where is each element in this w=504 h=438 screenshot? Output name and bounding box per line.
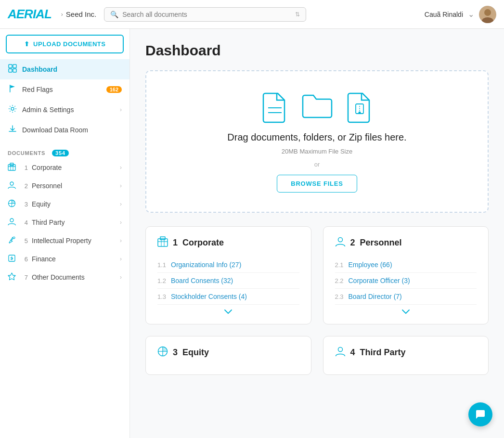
documents-badge: 354 [52, 150, 69, 156]
finance-icon [7, 254, 16, 264]
download-icon [8, 125, 17, 135]
corporate-row-3[interactable]: 1.3 Stockholder Consents (4) [157, 289, 299, 305]
avatar-image [479, 6, 496, 23]
equity-chevron-icon: › [120, 201, 122, 207]
corporate-card-header: 1 Corporate [157, 236, 299, 249]
svg-rect-3 [9, 64, 12, 68]
other-chevron-icon: › [120, 274, 122, 281]
third-party-num: 4 [20, 219, 28, 226]
corporate-row-3-num: 1.3 [157, 293, 171, 300]
app-layout: ⬆ UPLOAD DOCUMENTS Dashboard [0, 29, 504, 438]
personnel-row-2-label: Corporate Officer (3) [349, 277, 477, 284]
other-num: 7 [20, 274, 28, 281]
ip-label: Intellectual Property [32, 237, 116, 245]
app-logo: AERIAL [8, 7, 52, 22]
chevron-down-icon [402, 309, 410, 314]
svg-point-14 [10, 182, 13, 185]
sidebar-item-equity[interactable]: 3 Equity › [0, 195, 129, 213]
ip-chevron-icon: › [120, 237, 122, 244]
third-party-chevron-icon: › [120, 219, 122, 226]
browse-files-button[interactable]: BROWSE FILES [277, 175, 357, 193]
svg-point-32 [338, 238, 342, 242]
finance-num: 6 [20, 256, 28, 263]
personnel-card: 2 Personnel 2.1 Employee (66) 2.2 Corpor… [323, 226, 489, 324]
corporate-row-3-label: Stockholder Consents (4) [171, 293, 299, 300]
company-chevron-icon: › [61, 11, 63, 18]
admin-chevron-icon: › [120, 106, 122, 113]
document-grid: 1 Corporate 1.1 Organizational Info (27)… [145, 226, 489, 375]
finance-chevron-icon: › [120, 256, 122, 262]
svg-point-36 [338, 348, 342, 352]
corporate-row-2-label: Board Consents (32) [171, 277, 299, 284]
zip-icon [345, 90, 374, 123]
equity-card-icon [157, 346, 168, 359]
upload-drop-zone[interactable]: Drag documents, folders, or Zip files he… [145, 70, 489, 213]
personnel-row-3-label: Board Director (7) [349, 293, 477, 300]
svg-point-1 [484, 9, 491, 16]
corporate-card-num: 1 [173, 238, 178, 248]
search-icon: 🔍 [110, 11, 118, 18]
corporate-row-2[interactable]: 1.2 Board Consents (32) [157, 273, 299, 289]
avatar[interactable] [479, 6, 496, 23]
app-header: AERIAL › Seed Inc. 🔍 ⇅ Cauã Rinaldi ⌄ [0, 0, 504, 29]
sidebar-item-red-flags-label: Red Flags [22, 86, 53, 93]
ip-icon [7, 236, 16, 245]
sidebar-item-third-party[interactable]: 4 Third Party › [0, 213, 129, 232]
sort-icon: ⇅ [295, 11, 300, 18]
personnel-card-num: 2 [350, 238, 355, 248]
personnel-card-expand[interactable] [335, 305, 477, 316]
sidebar-item-ip[interactable]: 5 Intellectual Property › [0, 232, 129, 250]
svg-rect-7 [10, 85, 11, 92]
sidebar-item-corporate[interactable]: 1 Corporate › [0, 158, 129, 177]
sidebar-item-dashboard[interactable]: Dashboard [0, 59, 129, 79]
upload-documents-button[interactable]: ⬆ UPLOAD DOCUMENTS [6, 35, 124, 53]
corporate-row-2-num: 1.2 [157, 277, 171, 284]
personnel-row-1-label: Employee (66) [349, 261, 477, 269]
personnel-chevron-icon: › [120, 182, 122, 189]
upload-icon: ⬆ [24, 40, 30, 48]
corporate-card: 1 Corporate 1.1 Organizational Info (27)… [145, 226, 311, 324]
equity-card-title: Equity [182, 348, 209, 358]
corporate-icon [7, 163, 16, 172]
svg-rect-5 [9, 69, 12, 72]
search-bar: 🔍 ⇅ [104, 7, 306, 22]
personnel-card-icon [335, 236, 346, 249]
personnel-row-3[interactable]: 2.3 Board Director (7) [335, 289, 477, 305]
sidebar-item-download-label: Download Data Room [22, 126, 88, 134]
corporate-row-1[interactable]: 1.1 Organizational Info (27) [157, 257, 299, 273]
ip-num: 5 [20, 237, 28, 245]
svg-point-8 [11, 107, 14, 110]
documents-label-text: DOCUMENTS [8, 150, 45, 156]
user-name: Cauã Rinaldi [425, 11, 463, 18]
svg-marker-21 [8, 273, 15, 280]
personnel-row-2-num: 2.2 [335, 277, 349, 284]
third-party-card: 4 Third Party [323, 336, 489, 375]
sidebar-item-admin-label: Admin & Settings [22, 106, 74, 114]
corporate-card-icon [157, 236, 168, 249]
corporate-card-expand[interactable] [157, 305, 299, 316]
header-right: Cauã Rinaldi ⌄ [425, 6, 496, 23]
corporate-card-title: Corporate [182, 238, 224, 248]
documents-section-label: DOCUMENTS 354 [0, 144, 129, 158]
personnel-row-2[interactable]: 2.2 Corporate Officer (3) [335, 273, 477, 289]
corporate-row-1-label: Organizational Info (27) [171, 261, 299, 269]
company-selector[interactable]: › Seed Inc. [61, 10, 96, 18]
sidebar-item-personnel[interactable]: 2 Personnel › [0, 177, 129, 195]
third-party-card-icon [335, 346, 346, 359]
equity-card-header: 3 Equity [157, 346, 299, 359]
finance-label: Finance [32, 255, 116, 263]
corporate-num: 1 [20, 164, 28, 171]
other-icon [7, 272, 16, 282]
personnel-row-1[interactable]: 2.1 Employee (66) [335, 257, 477, 273]
third-party-card-num: 4 [350, 348, 355, 358]
search-input[interactable] [122, 11, 291, 18]
sidebar-item-finance[interactable]: 6 Finance › [0, 250, 129, 268]
sidebar-item-other[interactable]: 7 Other Documents › [0, 268, 129, 286]
chevron-down-icon [224, 309, 232, 314]
third-party-card-title: Third Party [360, 348, 406, 358]
chat-button[interactable] [468, 402, 492, 426]
sidebar-item-red-flags[interactable]: Red Flags 162 [0, 79, 129, 100]
sidebar-item-download[interactable]: Download Data Room [0, 120, 129, 140]
user-chevron-icon[interactable]: ⌄ [468, 10, 474, 19]
sidebar-item-admin[interactable]: Admin & Settings › [0, 100, 129, 120]
